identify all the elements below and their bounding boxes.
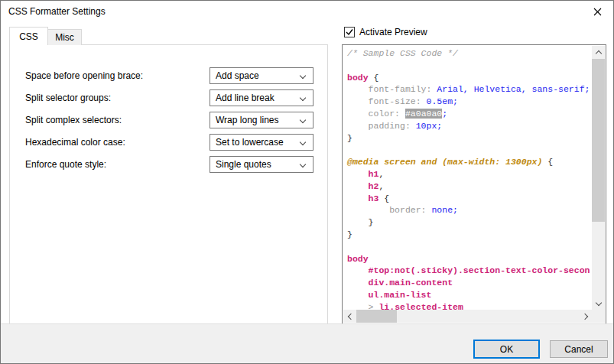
cancel-button-label: Cancel bbox=[564, 344, 593, 355]
window-title: CSS Formatter Settings bbox=[8, 6, 106, 17]
scroll-right-icon bbox=[583, 314, 588, 319]
setting-label: Split selector groups: bbox=[25, 93, 111, 103]
css-code-preview: /* Sample CSS Code */body { font-family:… bbox=[343, 46, 592, 310]
cancel-button[interactable]: Cancel bbox=[550, 340, 608, 358]
code-line: h2, bbox=[347, 180, 592, 193]
close-button[interactable] bbox=[583, 2, 612, 23]
setting-row: Space before opening brace: Add space bbox=[10, 67, 327, 84]
setting-label: Hexadecimal color case: bbox=[25, 137, 125, 148]
chevron-down-icon bbox=[301, 73, 306, 79]
checkmark-icon bbox=[346, 28, 353, 36]
code-line: /* Sample CSS Code */ bbox=[347, 47, 592, 60]
scroll-up-icon bbox=[596, 50, 601, 55]
code-line: body { bbox=[347, 72, 592, 84]
setting-row: Split selector groups: Add line break bbox=[10, 89, 327, 106]
chevron-down-icon bbox=[301, 162, 306, 167]
tab-css-label: CSS bbox=[19, 31, 38, 42]
settings-panel: Space before opening brace: Add space Sp… bbox=[9, 44, 328, 324]
dropdown-value: Wrap long lines bbox=[216, 115, 279, 125]
tab-css[interactable]: CSS bbox=[9, 27, 48, 45]
scroll-down-icon bbox=[596, 301, 601, 306]
setting-dropdown[interactable]: Wrap long lines bbox=[210, 112, 313, 128]
scroll-up-button[interactable] bbox=[592, 46, 605, 59]
code-line: #top:not(.sticky).section-text-color-sec… bbox=[347, 265, 592, 277]
setting-label: Space before opening brace: bbox=[25, 70, 143, 81]
activate-preview-label: Activate Preview bbox=[359, 27, 427, 37]
chevron-down-icon bbox=[301, 140, 306, 145]
scroll-right-button[interactable] bbox=[579, 310, 592, 323]
activate-preview-row[interactable]: Activate Preview bbox=[344, 26, 427, 38]
dropdown-value: Single quotes bbox=[216, 159, 271, 170]
setting-dropdown[interactable]: Single quotes bbox=[210, 156, 313, 173]
code-line bbox=[347, 60, 592, 72]
ok-button-label: OK bbox=[500, 344, 513, 355]
setting-row: Enforce quote style: Single quotes bbox=[10, 156, 327, 173]
chevron-down-icon bbox=[301, 118, 306, 123]
close-icon bbox=[593, 5, 602, 19]
dropdown-value: Add line break bbox=[216, 93, 275, 103]
code-line: padding: 10px; bbox=[347, 120, 592, 132]
setting-label: Split complex selectors: bbox=[25, 115, 122, 125]
dialog-footer: OK Cancel bbox=[1, 323, 613, 363]
code-line: @media screen and (max-width: 1300px) { bbox=[347, 156, 592, 168]
ok-button[interactable]: OK bbox=[473, 340, 540, 359]
scrollbar-corner bbox=[592, 310, 605, 323]
code-line: } bbox=[347, 132, 592, 145]
css-preview-box: /* Sample CSS Code */body { font-family:… bbox=[342, 44, 606, 324]
vertical-scrollbar-thumb[interactable] bbox=[592, 59, 605, 222]
scroll-down-button[interactable] bbox=[592, 297, 605, 310]
code-line: } bbox=[347, 216, 592, 229]
code-line bbox=[347, 241, 592, 253]
chevron-down-icon bbox=[301, 96, 306, 101]
tab-misc[interactable]: Misc bbox=[48, 29, 82, 45]
setting-row: Hexadecimal color case: Set to lowercase bbox=[10, 134, 327, 151]
setting-dropdown[interactable]: Set to lowercase bbox=[210, 134, 313, 151]
code-line: border: none; bbox=[347, 204, 592, 216]
tab-misc-label: Misc bbox=[55, 32, 74, 43]
code-line: h3 { bbox=[347, 193, 592, 205]
code-line: ul.main-list bbox=[347, 289, 592, 301]
code-line: } bbox=[347, 229, 592, 241]
code-line: font-family: Arial, Helvetica, sans-seri… bbox=[347, 83, 592, 96]
code-line: font-size: 0.5em; bbox=[347, 96, 592, 108]
code-line: h1, bbox=[347, 168, 592, 180]
code-line bbox=[347, 144, 592, 156]
dropdown-value: Set to lowercase bbox=[216, 137, 284, 148]
setting-dropdown[interactable]: Add line break bbox=[210, 89, 313, 106]
code-line: > li.selected-item bbox=[347, 301, 592, 310]
vertical-scrollbar[interactable] bbox=[592, 46, 605, 310]
code-line: body bbox=[347, 253, 592, 265]
setting-row: Split complex selectors: Wrap long lines bbox=[10, 112, 327, 128]
code-line: div.main-content bbox=[347, 277, 592, 289]
scroll-left-icon bbox=[347, 314, 352, 319]
css-formatter-settings-dialog: CSS Formatter Settings CSS Misc Space be… bbox=[0, 0, 614, 364]
activate-preview-checkbox[interactable] bbox=[344, 27, 355, 37]
setting-label: Enforce quote style: bbox=[25, 159, 106, 170]
title-bar: CSS Formatter Settings bbox=[1, 1, 613, 24]
dropdown-value: Add space bbox=[216, 70, 259, 81]
horizontal-scrollbar[interactable] bbox=[343, 310, 592, 323]
horizontal-scrollbar-thumb[interactable] bbox=[356, 310, 397, 323]
setting-dropdown[interactable]: Add space bbox=[210, 67, 313, 84]
code-line: color: #a0a0a0; bbox=[347, 108, 592, 120]
scroll-left-button[interactable] bbox=[343, 310, 356, 323]
